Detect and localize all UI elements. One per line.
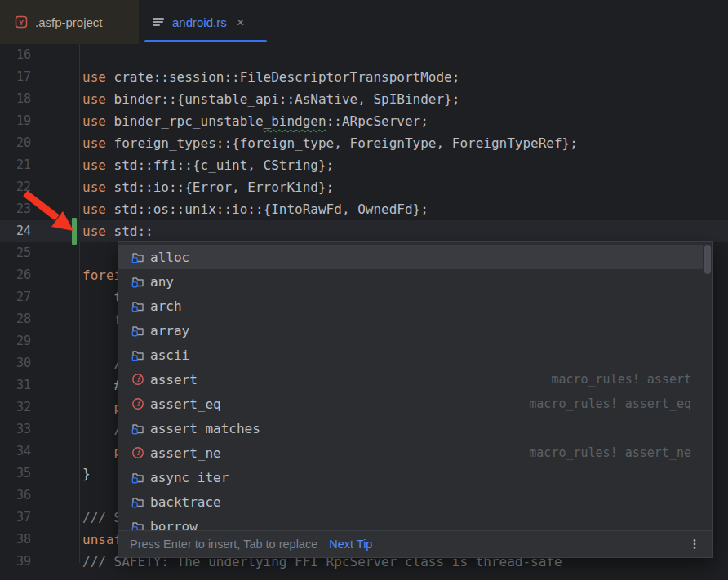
- completion-item-async_iter[interactable]: async_iter: [118, 465, 703, 489]
- line-number[interactable]: 32: [0, 396, 31, 418]
- line-number[interactable]: 36: [0, 485, 31, 507]
- completion-item-backtrace[interactable]: backtrace: [118, 489, 703, 514]
- line-number[interactable]: 29: [0, 330, 31, 352]
- line-code-text: forei: [82, 264, 122, 286]
- line-code-text: }: [82, 463, 91, 485]
- module-icon: [131, 422, 144, 435]
- code-line-22[interactable]: 22use std::io::{Error, ErrorKind};: [0, 176, 728, 198]
- line-number[interactable]: 27: [0, 286, 31, 308]
- completion-item-alloc[interactable]: alloc: [118, 245, 703, 269]
- completion-footer-hint: Press Enter to insert, Tab to replace: [130, 538, 317, 551]
- completion-popup: allocanyarcharrayasciifassertmacro_rules…: [118, 241, 713, 558]
- rust-file-icon: [152, 15, 165, 29]
- line-code-text: use std::io::{Error, ErrorKind};: [82, 176, 334, 198]
- completion-item-label: backtrace: [150, 494, 221, 510]
- line-number[interactable]: 28: [0, 308, 31, 330]
- completion-item-assert_eq[interactable]: fassert_eqmacro_rules! assert_eq: [118, 392, 703, 416]
- completion-item-any[interactable]: any: [118, 269, 703, 294]
- completion-item-label: alloc: [150, 250, 189, 265]
- code-line-21[interactable]: 21use std::ffi::{c_uint, CString};: [0, 154, 728, 176]
- svg-text:f: f: [137, 399, 142, 408]
- green-change-bar[interactable]: [72, 218, 77, 245]
- line-number[interactable]: 34: [0, 441, 31, 463]
- completion-item-label: assert_matches: [150, 421, 260, 436]
- active-tab-underline: [144, 40, 267, 42]
- line-number[interactable]: 22: [0, 176, 31, 198]
- line-number[interactable]: 19: [0, 110, 31, 132]
- line-code-text: p: [82, 396, 122, 418]
- line-code-text: #: [82, 374, 122, 396]
- line-code-text: t: [82, 286, 122, 308]
- line-number[interactable]: 37: [0, 507, 31, 529]
- module-icon: [131, 299, 144, 312]
- code-line-20[interactable]: 20use foreign_types::{foreign_type, Fore…: [0, 132, 728, 154]
- line-number[interactable]: 16: [0, 44, 31, 66]
- line-code-text: /: [82, 352, 122, 374]
- line-number[interactable]: 20: [0, 132, 31, 154]
- module-icon: [131, 471, 144, 484]
- line-number[interactable]: 21: [0, 154, 31, 176]
- line-number[interactable]: 38: [0, 529, 31, 551]
- completion-item-label: borrow: [150, 519, 198, 531]
- line-number[interactable]: 35: [0, 463, 31, 485]
- line-number[interactable]: 23: [0, 198, 31, 220]
- macro-icon: f: [131, 373, 144, 386]
- line-code-text: p: [82, 441, 122, 463]
- line-code-text: unsaf: [82, 529, 122, 551]
- code-line-16[interactable]: 16: [0, 44, 728, 66]
- svg-text:Y: Y: [19, 19, 24, 27]
- yaml-file-icon: Y: [15, 15, 28, 29]
- tab-label-android-rs: android.rs: [172, 15, 227, 29]
- line-number[interactable]: 31: [0, 374, 31, 396]
- module-icon: [131, 275, 144, 288]
- completion-item-arch[interactable]: arch: [118, 294, 703, 318]
- kebab-menu-icon[interactable]: [688, 538, 701, 551]
- completion-item-ascii[interactable]: ascii: [118, 343, 703, 367]
- line-number[interactable]: 18: [0, 88, 31, 110]
- line-code-text: use binder::{unstable_api::AsNative, SpI…: [82, 88, 459, 110]
- code-line-17[interactable]: 17use crate::session::FileDescriptorTran…: [0, 66, 728, 88]
- completion-item-array[interactable]: array: [118, 318, 703, 343]
- line-code-text: use crate::session::FileDescriptorTransp…: [82, 66, 459, 88]
- completion-footer: Press Enter to insert, Tab to replace Ne…: [118, 530, 712, 557]
- code-line-18[interactable]: 18use binder::{unstable_api::AsNative, S…: [0, 88, 728, 110]
- completion-list: allocanyarcharrayasciifassertmacro_rules…: [118, 242, 712, 530]
- module-icon: [131, 495, 144, 508]
- line-number[interactable]: 24: [0, 220, 31, 242]
- completion-item-hint: macro_rules! assert_eq: [529, 396, 691, 411]
- completion-item-assert[interactable]: fassertmacro_rules! assert: [118, 367, 703, 392]
- code-line-19[interactable]: 19use binder_rpc_unstable_bindgen::ARpcS…: [0, 110, 728, 132]
- popup-scrollbar-thumb[interactable]: [704, 245, 711, 274]
- line-code-text: /: [82, 418, 122, 441]
- completion-item-label: ascii: [150, 348, 189, 363]
- code-line-24[interactable]: 24use std::: [0, 220, 728, 242]
- tab-label-project: .asfp-project: [35, 15, 103, 29]
- completion-item-borrow[interactable]: borrow: [118, 514, 703, 530]
- completion-item-label: array: [150, 323, 189, 339]
- code-line-23[interactable]: 23use std::os::unix::io::{IntoRawFd, Own…: [0, 198, 728, 220]
- completion-item-assert_ne[interactable]: fassert_nemacro_rules! assert_ne: [118, 441, 703, 465]
- line-code-text: /// S: [82, 507, 122, 529]
- tab-android-rs[interactable]: android.rs ×: [139, 0, 273, 44]
- editor-tab-bar: Y .asfp-project android.rs ×: [0, 0, 728, 44]
- line-code-text: use std::os::unix::io::{IntoRawFd, Owned…: [82, 198, 428, 220]
- line-number[interactable]: 25: [0, 242, 31, 264]
- completion-item-label: arch: [150, 299, 182, 314]
- line-number[interactable]: 39: [0, 551, 31, 573]
- completion-item-label: assert: [150, 372, 198, 387]
- completion-item-assert_matches[interactable]: assert_matches: [118, 416, 703, 441]
- line-number[interactable]: 30: [0, 352, 31, 374]
- tab-asfp-project[interactable]: Y .asfp-project: [0, 0, 139, 44]
- line-number[interactable]: 17: [0, 66, 31, 88]
- line-code-text: use binder_rpc_unstable_bindgen::ARpcSer…: [82, 110, 428, 132]
- completion-item-hint: macro_rules! assert_ne: [529, 445, 691, 460]
- completion-item-label: async_iter: [150, 470, 229, 485]
- module-icon: [131, 348, 144, 361]
- module-icon: [131, 250, 144, 263]
- next-tip-link[interactable]: Next Tip: [329, 538, 372, 551]
- close-icon[interactable]: ×: [235, 15, 246, 29]
- line-number[interactable]: 26: [0, 264, 31, 286]
- completion-item-label: any: [150, 274, 174, 290]
- svg-text:f: f: [137, 448, 142, 457]
- line-number[interactable]: 33: [0, 418, 31, 441]
